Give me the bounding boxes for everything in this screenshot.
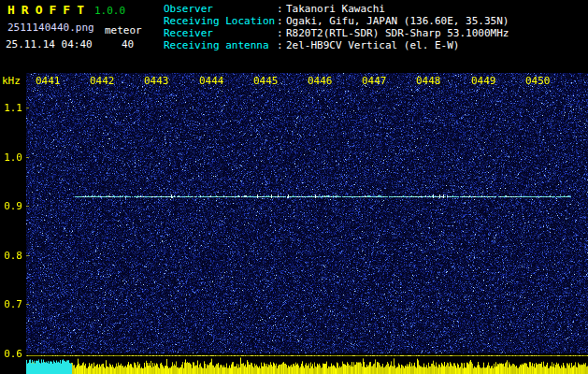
frequency-tick-label: 0.8 bbox=[0, 250, 22, 262]
info-row: Observer:Takanori Kawachi bbox=[164, 3, 509, 15]
frequency-tick-label: 1.0 bbox=[0, 151, 22, 164]
y-axis-unit-label: kHz bbox=[2, 75, 21, 87]
info-value: Takanori Kawachi bbox=[286, 3, 385, 15]
app-version: 1.0.0 bbox=[94, 5, 125, 17]
info-label: Observer bbox=[164, 3, 277, 15]
info-colon: : bbox=[277, 15, 286, 27]
info-label: Receiver bbox=[164, 27, 277, 39]
info-value: 2el-HB9CV Vertical (el. E-W) bbox=[286, 39, 459, 51]
hrofft-window: HROFFT 1.0.0 2511140440.png meteor 25.11… bbox=[0, 0, 588, 374]
info-colon: : bbox=[277, 3, 286, 15]
info-row: Receiving antenna:2el-HB9CV Vertical (el… bbox=[164, 39, 509, 51]
spectrogram-canvas bbox=[26, 73, 588, 374]
frequency-tick-label: 0.9 bbox=[0, 200, 22, 212]
frequency-tick-label: 0.6 bbox=[0, 348, 22, 360]
app-title: HROFFT bbox=[7, 3, 91, 17]
station-info: Observer:Takanori KawachiReceiving Locat… bbox=[164, 3, 509, 51]
output-filename: 2511140440.png bbox=[7, 22, 94, 34]
info-colon: : bbox=[277, 27, 286, 39]
info-row: Receiver:R820T2(RTL-SDR) SDR-Sharp 53.10… bbox=[164, 27, 509, 39]
info-label: Receiving antenna bbox=[164, 39, 277, 51]
info-value: Ogaki, Gifu, JAPAN (136.60E, 35.35N) bbox=[286, 15, 509, 27]
info-value: R820T2(RTL-SDR) SDR-Sharp 53.1000MHz bbox=[286, 27, 509, 39]
frequency-tick-label: 1.1 bbox=[0, 102, 22, 114]
record-datetime: 25.11.14 04:40 bbox=[6, 38, 93, 50]
frequency-tick-label: 0.7 bbox=[0, 298, 22, 310]
record-count: 40 bbox=[122, 38, 134, 50]
mode-label: meteor bbox=[105, 24, 142, 36]
info-row: Receiving Location:Ogaki, Gifu, JAPAN (1… bbox=[164, 15, 509, 27]
info-label: Receiving Location bbox=[164, 15, 277, 27]
info-colon: : bbox=[277, 39, 286, 51]
header-panel: HROFFT 1.0.0 2511140440.png meteor 25.11… bbox=[0, 0, 588, 73]
